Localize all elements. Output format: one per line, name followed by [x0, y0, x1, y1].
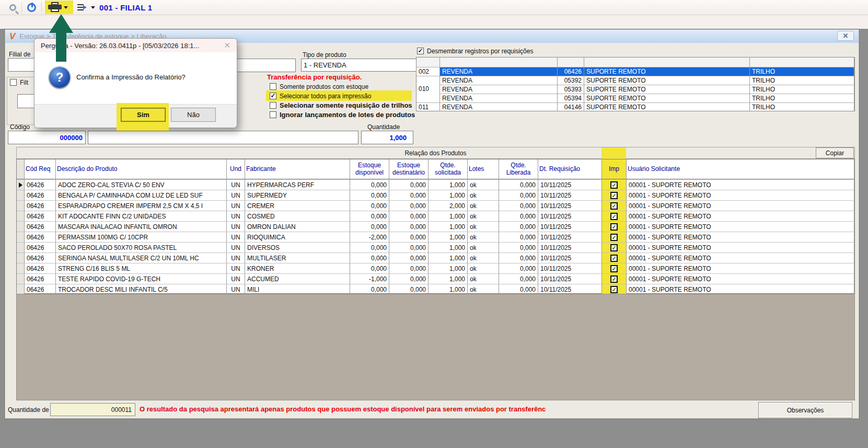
imp-checkbox[interactable]: ✓ — [610, 213, 618, 220]
imp-checkbox[interactable]: ✓ — [610, 255, 618, 262]
product-cell-fabricante: MULTILASER — [245, 252, 350, 263]
imp-checkbox[interactable]: ✓ — [610, 286, 618, 293]
products-column-header[interactable]: Qtde. Liberada — [499, 159, 538, 179]
product-cell-estoque_destinatario: 0,000 — [389, 284, 429, 294]
products-column-header[interactable]: Usuário Solicitante — [627, 159, 854, 179]
row-selector-cell[interactable] — [17, 252, 25, 263]
product-row[interactable]: 06426PERMASSIM 100MG C/ 10CPRUNRIOQUIMIC… — [17, 232, 854, 242]
imp-checkbox[interactable]: ✓ — [610, 244, 618, 251]
filter-checkbox-row[interactable]: Selecionar somente requisição de trilhos — [270, 101, 412, 110]
product-row[interactable]: 06426MASCARA INALACAO INFANTIL OMRONUNOM… — [17, 221, 854, 232]
product-row[interactable]: 06426TROCADOR DESC MILI INFANTIL C/5UNMI… — [17, 284, 854, 294]
produto-descricao-field[interactable] — [88, 131, 358, 144]
product-row[interactable]: 06426SACO PEROLADO 50X70 ROSA PASTELUNDI… — [17, 242, 854, 252]
product-row[interactable]: 06426KIT ADOCANTE FINN C/2 UNIDADESUNCOS… — [17, 211, 854, 221]
filter-checkbox[interactable] — [270, 83, 276, 90]
row-selector-cell[interactable] — [17, 221, 25, 232]
product-row[interactable]: 06426SERINGA NASAL MULTILASER C/2 UN 10M… — [17, 252, 854, 263]
product-cell-descricao: SACO PEROLADO 50X70 ROSA PASTEL — [56, 242, 227, 252]
row-selector-cell[interactable] — [17, 200, 25, 211]
product-cell-estoque_destinatario: 0,000 — [389, 273, 429, 284]
filter-checkbox[interactable] — [270, 102, 276, 109]
imp-checkbox[interactable]: ✓ — [610, 181, 618, 189]
imp-highlight-band — [601, 147, 626, 159]
product-cell-lotes: ok — [468, 263, 499, 273]
imp-checkbox[interactable]: ✓ — [610, 234, 618, 241]
products-column-header[interactable]: Qtde. solicitada — [429, 159, 468, 179]
product-cell-fabricante: HYPERMARCAS PERF — [245, 179, 350, 190]
filt-checkbox-row[interactable]: Filt — [10, 78, 28, 87]
row-selector-cell[interactable] — [17, 273, 25, 284]
requisition-row[interactable]: REVENDA05394SUPORTE REMOTOTRILHO — [416, 94, 854, 102]
requisition-row[interactable]: 002REVENDA06426SUPORTE REMOTOTRILHO — [416, 67, 854, 76]
filt-checkbox[interactable] — [10, 79, 17, 86]
product-row[interactable]: 06426ESPARADRAPO CREMER IMPERM 2,5 CM X … — [17, 200, 854, 211]
products-column-header[interactable]: Estoque destinatário — [389, 159, 429, 179]
filter-checkbox[interactable] — [270, 111, 276, 118]
destination-input[interactable] — [230, 59, 296, 72]
yes-button[interactable]: Sim — [121, 108, 166, 122]
products-column-header[interactable]: Fabricante — [245, 159, 350, 179]
quantidade-field[interactable]: 1,000 — [361, 131, 413, 144]
row-selector-cell[interactable] — [17, 232, 25, 242]
requisition-cell-tipo_produto: REVENDA — [440, 102, 558, 111]
current-row-arrow-icon — [19, 182, 22, 188]
codigo-field[interactable]: 000000 — [8, 131, 86, 144]
products-column-header[interactable]: Und — [227, 159, 245, 179]
product-row[interactable]: 06426TESTE RAPIDO COVID-19 G-TECHUNACCUM… — [17, 273, 854, 284]
copy-button[interactable]: Copiar — [816, 147, 854, 158]
items-count-field[interactable]: 000011 — [50, 403, 135, 416]
product-cell-estoque_disponivel: 0,000 — [350, 200, 389, 211]
filter-checkbox-row[interactable]: Somente produtos com estoque — [270, 82, 368, 91]
requisition-row[interactable]: 011REVENDA04146SUPORTE REMOTOTRILHO — [416, 102, 854, 111]
requisitions-column-header[interactable] — [584, 58, 750, 67]
requisitions-column-header[interactable] — [558, 58, 584, 67]
products-column-header[interactable]: Dt. Requisição — [538, 159, 602, 179]
imp-checkbox[interactable]: ✓ — [610, 265, 618, 272]
requisition-row[interactable]: REVENDA05392SUPORTE REMOTOTRILHO — [416, 76, 854, 85]
imp-checkbox[interactable]: ✓ — [610, 223, 618, 231]
product-row[interactable]: 06426BENGALA P/ CAMINHADA COM LUZ DE LED… — [17, 190, 854, 200]
window-close-button[interactable]: ✕ — [837, 31, 854, 41]
row-selector-cell[interactable] — [17, 263, 25, 273]
imp-checkbox[interactable]: ✓ — [610, 192, 618, 199]
products-column-header[interactable]: Lotes — [468, 159, 499, 179]
products-column-header[interactable]: Estoque disponível — [350, 159, 389, 179]
dialog-close-icon[interactable]: ✕ — [224, 41, 230, 50]
product-row[interactable]: 06426ADOC ZERO-CAL STEVIA C/ 50 ENVUNHYP… — [17, 179, 854, 190]
products-column-header[interactable]: Descrição do Produto — [56, 159, 227, 179]
desmembrar-checkbox-row[interactable]: ✓ Desmembrar registros por requisições — [417, 47, 533, 55]
product-cell-qtde_liberada: 0,000 — [499, 232, 538, 242]
product-cell-qtde_liberada: 0,000 — [499, 263, 538, 273]
requisition-cell-tipo_requisicao: TRILHO — [750, 76, 854, 85]
product-cell-estoque_disponivel: 0,000 — [350, 179, 389, 190]
imp-checkbox[interactable]: ✓ — [610, 202, 618, 210]
row-selector-cell[interactable] — [17, 242, 25, 252]
product-row[interactable]: 06426STRENG C/16 BLIS 5 MLUNKRONER0,0000… — [17, 263, 854, 273]
row-selector-cell[interactable] — [17, 284, 25, 294]
products-column-header[interactable]: Cód Req — [25, 159, 56, 179]
filter-checkbox-row[interactable]: ✓Selecionar todos para impressão — [270, 91, 371, 100]
row-selector-cell[interactable] — [17, 190, 25, 200]
products-column-header[interactable]: Imp — [602, 159, 627, 179]
imp-checkbox[interactable]: ✓ — [610, 275, 618, 283]
filter-checkbox-label: Somente produtos com estoque — [280, 83, 368, 90]
observacoes-button[interactable]: Observações — [758, 402, 852, 418]
filter-checkbox-row[interactable]: Ignorar lançamentos de lotes de produtos — [270, 110, 415, 119]
no-button[interactable]: Não — [171, 108, 216, 122]
requisitions-column-header[interactable] — [440, 58, 558, 67]
requisition-cell-usuario: SUPORTE REMOTO — [584, 76, 750, 85]
current-row-indicator[interactable] — [17, 179, 25, 190]
product-cell-und: UN — [227, 263, 245, 273]
product-cell-estoque_disponivel: -2,000 — [350, 232, 389, 242]
product-cell-qtde_solicitada: 1,000 — [429, 190, 468, 200]
row-selector-cell[interactable] — [17, 211, 25, 221]
desmembrar-label: Desmembrar registros por requisições — [427, 48, 533, 55]
pointer-arrow — [0, 0, 84, 68]
requisition-row[interactable]: 010REVENDA05393SUPORTE REMOTOTRILHO — [416, 85, 854, 94]
requisitions-column-header[interactable] — [416, 58, 440, 67]
branch-dropdown-icon[interactable] — [91, 6, 95, 9]
requisitions-column-header[interactable] — [750, 58, 854, 67]
desmembrar-checkbox[interactable]: ✓ — [417, 48, 424, 54]
filter-checkbox[interactable]: ✓ — [270, 93, 276, 99]
